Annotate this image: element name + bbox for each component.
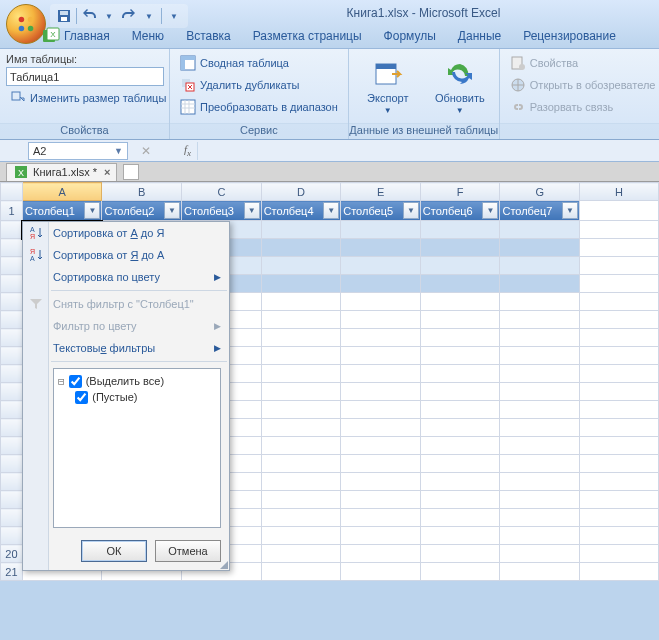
filter-by-color-item: Фильтр по цвету▶ <box>23 315 229 337</box>
sort-za-item[interactable]: ЯА Сортировка от Я до А <box>23 244 229 266</box>
filter-value-empty[interactable]: (Пустые) <box>58 389 216 405</box>
tab-data[interactable]: Данные <box>448 26 511 46</box>
svg-rect-18 <box>376 64 396 69</box>
filter-select-all[interactable]: ⊟(Выделить все) <box>58 373 216 389</box>
remove-duplicates-button[interactable]: Удалить дубликаты <box>176 75 342 95</box>
namebox-dropdown-icon[interactable]: ▼ <box>114 146 123 156</box>
svg-rect-13 <box>181 56 185 70</box>
sort-az-item[interactable]: АЯ Сортировка от А до Я <box>23 222 229 244</box>
resize-table-button[interactable]: Изменить размер таблицы <box>6 88 170 108</box>
svg-rect-16 <box>181 100 195 114</box>
new-document-button[interactable] <box>123 164 139 180</box>
pivot-table-button[interactable]: Сводная таблица <box>176 53 342 73</box>
svg-text:X: X <box>18 168 24 178</box>
resize-grip-icon[interactable] <box>218 559 228 569</box>
submenu-arrow-icon: ▶ <box>214 272 221 282</box>
row-header-1[interactable]: 1 <box>1 201 23 221</box>
table-header-5[interactable]: Столбец5▼ <box>341 201 421 221</box>
sort-by-color-item[interactable]: Сортировка по цвету▶ <box>23 266 229 288</box>
ok-button[interactable]: ОК <box>81 540 147 562</box>
browser-icon <box>510 77 526 93</box>
table-header-6[interactable]: Столбец6▼ <box>420 201 500 221</box>
close-tab-icon[interactable]: × <box>104 166 110 178</box>
table-name-input[interactable] <box>6 67 164 86</box>
document-tab[interactable]: X Книга1.xlsx * × <box>6 163 117 181</box>
filter-dropdown-icon[interactable]: ▼ <box>482 202 498 219</box>
table-header-2[interactable]: Столбец2▼ <box>102 201 182 221</box>
document-tabbar: X Книга1.xlsx * × <box>0 162 659 182</box>
undo-dropdown-icon[interactable]: ▼ <box>101 8 117 24</box>
separator <box>76 8 77 24</box>
export-icon <box>372 58 404 90</box>
refresh-button[interactable]: Обновить ▼ <box>427 53 493 119</box>
table-name-label: Имя таблицы: <box>6 53 77 65</box>
qat-customize-icon[interactable]: ▼ <box>166 8 182 24</box>
tab-formulas[interactable]: Формулы <box>374 26 446 46</box>
redo-dropdown-icon[interactable]: ▼ <box>141 8 157 24</box>
table-header-1[interactable]: Столбец1▼ <box>22 201 102 221</box>
formula-bar: A2 ▼ ✕ fx <box>0 140 659 162</box>
table-header-4[interactable]: Столбец4▼ <box>261 201 341 221</box>
resize-table-icon <box>10 90 26 106</box>
cancel-button[interactable]: Отмена <box>155 540 221 562</box>
undo-icon[interactable] <box>81 8 97 24</box>
clear-filter-item: Снять фильтр с "Столбец1" <box>23 293 229 315</box>
formula-input[interactable] <box>197 142 659 160</box>
filter-dropdown-icon[interactable]: ▼ <box>84 202 100 219</box>
svg-text:А: А <box>30 226 35 233</box>
row-header-20[interactable]: 20 <box>1 545 23 563</box>
svg-point-2 <box>19 26 25 32</box>
filter-values-list[interactable]: ⊟(Выделить все) (Пустые) <box>53 368 221 528</box>
group-title-external2 <box>500 123 659 139</box>
svg-text:А: А <box>30 255 35 262</box>
filter-dropdown-icon[interactable]: ▼ <box>244 202 260 219</box>
select-all-corner[interactable] <box>1 183 23 201</box>
properties-icon <box>510 55 526 71</box>
clear-filter-icon <box>27 295 45 313</box>
name-box[interactable]: A2 ▼ <box>28 142 128 160</box>
col-header-b[interactable]: B <box>102 183 182 201</box>
group-title-external: Данные из внешней таблицы <box>349 123 499 139</box>
col-header-h[interactable]: H <box>580 183 659 201</box>
sort-za-icon: ЯА <box>27 246 45 264</box>
col-header-c[interactable]: C <box>182 183 262 201</box>
filter-dropdown-icon[interactable]: ▼ <box>323 202 339 219</box>
tab-insert[interactable]: Вставка <box>176 26 241 46</box>
tab-home[interactable]: Главная <box>54 26 120 46</box>
filter-dropdown-icon[interactable]: ▼ <box>562 202 578 219</box>
tab-pagelayout[interactable]: Разметка страницы <box>243 26 372 46</box>
table-header-3[interactable]: Столбец3▼ <box>182 201 262 221</box>
col-header-e[interactable]: E <box>341 183 421 201</box>
submenu-arrow-icon: ▶ <box>214 343 221 353</box>
filter-dropdown-icon[interactable]: ▼ <box>403 202 419 219</box>
col-header-g[interactable]: G <box>500 183 580 201</box>
tab-review[interactable]: Рецензирование <box>513 26 626 46</box>
group-title-tools: Сервис <box>170 123 348 139</box>
svg-point-1 <box>28 17 34 23</box>
dedup-icon <box>180 77 196 93</box>
text-filters-item[interactable]: Текстовые фильтры▶ <box>23 337 229 359</box>
group-title-properties: Свойства <box>0 123 169 139</box>
svg-point-0 <box>19 17 25 23</box>
save-icon[interactable] <box>56 8 72 24</box>
fx-icon[interactable]: fx <box>184 143 191 158</box>
document-tab-label: Книга1.xlsx * <box>33 166 97 178</box>
col-header-a[interactable]: A <box>22 183 102 201</box>
table-header-7[interactable]: Столбец7▼ <box>500 201 580 221</box>
convert-to-range-button[interactable]: Преобразовать в диапазон <box>176 97 342 117</box>
row-header-21[interactable]: 21 <box>1 563 23 581</box>
col-header-d[interactable]: D <box>261 183 341 201</box>
office-button[interactable] <box>6 4 46 44</box>
redo-icon[interactable] <box>121 8 137 24</box>
excel-icon: X <box>13 164 29 180</box>
unlink-button: Разорвать связь <box>506 97 659 117</box>
autofilter-popup: АЯ Сортировка от А до Я ЯА Сортировка от… <box>22 221 230 571</box>
export-button[interactable]: Экспорт ▼ <box>355 53 421 119</box>
filter-dropdown-icon[interactable]: ▼ <box>164 202 180 219</box>
svg-rect-5 <box>60 11 68 15</box>
svg-point-20 <box>519 64 525 70</box>
ribbon-tabs: Главная Меню Вставка Разметка страницы Ф… <box>54 24 626 46</box>
col-header-f[interactable]: F <box>420 183 500 201</box>
svg-point-3 <box>28 26 34 32</box>
tab-menu[interactable]: Меню <box>122 26 174 46</box>
